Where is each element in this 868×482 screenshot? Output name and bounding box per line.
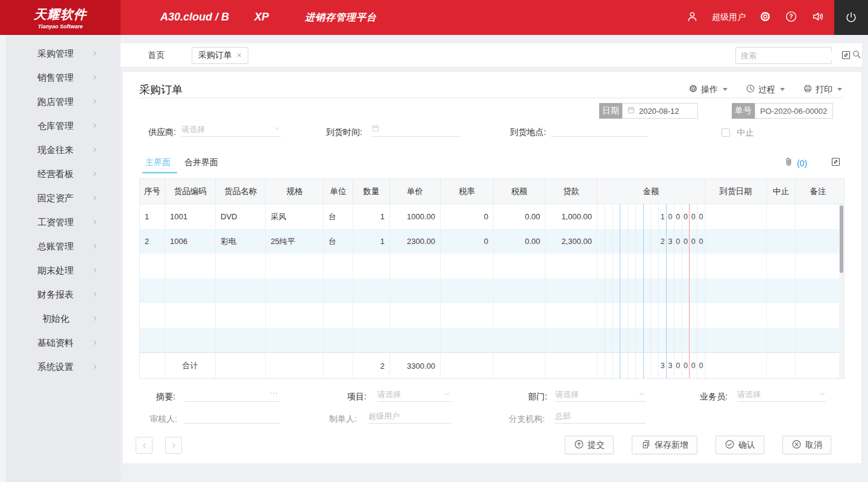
calendar-icon	[627, 106, 635, 116]
close-tab-icon[interactable]: ×	[237, 51, 242, 60]
chevron-right-icon	[91, 314, 99, 324]
sidebar-item-initialization[interactable]: 初始化	[6, 307, 121, 331]
app-header: 天耀软件 Tianyao Software A30.cloud / B XP 进…	[0, 0, 868, 35]
table-row[interactable]: 1 1001 DVD 采风 台 1 1000.00 0 0.00 1,000.0…	[140, 204, 844, 229]
order-no-field: 单号 PO-2020-06-00002	[732, 103, 833, 119]
app-title: A30.cloud / B XP 进销存管理平台	[160, 11, 377, 24]
sidebar-item-store-run[interactable]: 跑店管理	[6, 90, 121, 114]
arrival-place-input[interactable]	[551, 122, 647, 137]
tab-main-view[interactable]: 主界面	[145, 157, 171, 168]
chevron-right-icon	[91, 218, 99, 228]
active-tab-underline	[142, 172, 177, 174]
sidebar-item-system-settings[interactable]: 系统设置	[6, 355, 121, 379]
tab-merge-view[interactable]: 合并界面	[184, 157, 218, 168]
sidebar-item-payroll[interactable]: 工资管理	[6, 210, 121, 234]
divider	[139, 98, 843, 98]
print-menu-button[interactable]: 打印	[803, 84, 842, 95]
date-input[interactable]: 2020-08-12	[622, 103, 698, 119]
auditor-label: 审核人:	[149, 414, 177, 425]
sidebar-item-fixed-assets[interactable]: 固定资产	[6, 186, 121, 210]
chevron-down-icon	[638, 389, 646, 400]
user-icon[interactable]	[686, 10, 699, 25]
table-row-empty[interactable]	[140, 254, 844, 278]
sidebar-item-sales[interactable]: 销售管理	[6, 66, 121, 90]
tab-home[interactable]: 首页	[148, 50, 165, 61]
page-title: 采购订单	[139, 83, 183, 97]
header-right: 超级用户	[686, 0, 834, 35]
items-table: 序号 货品编码 货品名称 规格 单位 数量 单价 税率 税额 贷款 金额 到货日…	[139, 178, 844, 379]
order-no-value[interactable]: PO-2020-06-00002	[755, 103, 833, 119]
announcement-speaker-icon[interactable]	[811, 10, 825, 26]
settings-gear-icon[interactable]	[759, 10, 772, 25]
help-icon[interactable]	[785, 10, 797, 25]
prev-record-button[interactable]	[136, 437, 153, 454]
table-header-row: 序号 货品编码 货品名称 规格 单位 数量 单价 税率 税额 贷款 金额 到货日…	[140, 179, 844, 204]
maker-field: 超级用户	[368, 409, 451, 424]
chevron-right-icon	[91, 338, 99, 348]
brand-name: 天耀软件	[34, 6, 87, 23]
product-edition: XP	[254, 11, 269, 23]
branch-value: 总部	[555, 411, 571, 422]
amount-digit-grid: 330000	[597, 353, 705, 378]
sidebar-item-base-data[interactable]: 基础资料	[6, 331, 121, 355]
amount-digit-grid	[597, 328, 705, 352]
calendar-icon	[371, 124, 380, 135]
total-price: 3300.00	[390, 353, 441, 378]
sidebar-item-period-end[interactable]: 期末处理	[6, 258, 121, 283]
summary-input[interactable]	[184, 387, 280, 402]
expand-grid-icon[interactable]	[831, 157, 841, 169]
table-row-empty[interactable]	[140, 303, 844, 328]
supplier-select[interactable]: 请选择	[181, 122, 281, 137]
record-pager	[136, 437, 182, 454]
sidebar-item-purchase[interactable]: 采购管理	[6, 42, 121, 66]
scrollbar-thumb[interactable]	[840, 205, 843, 273]
submit-button[interactable]: 提交	[565, 436, 614, 454]
table-scrollbar[interactable]	[839, 204, 844, 378]
abort-checkbox[interactable]	[722, 128, 730, 137]
clock-icon	[746, 84, 755, 95]
table-row-empty[interactable]	[140, 278, 844, 303]
sidebar-item-financial-reports[interactable]: 财务报表	[6, 283, 121, 307]
search-icon[interactable]	[852, 49, 861, 61]
attachment-button[interactable]: (0)	[784, 157, 807, 169]
tab-purchase-order[interactable]: 采购订单 ×	[192, 47, 248, 64]
department-select[interactable]: 请选择	[555, 387, 646, 402]
amount-digit-grid	[597, 278, 705, 303]
cancel-button[interactable]: 取消	[782, 436, 831, 454]
chevron-right-icon	[91, 290, 99, 300]
sidebar-item-cash[interactable]: 现金往来	[6, 138, 121, 162]
table-row-empty[interactable]	[140, 328, 844, 352]
chevron-down-icon	[273, 124, 281, 135]
abort-label: 中止	[737, 128, 753, 137]
fullscreen-icon[interactable]	[841, 50, 851, 63]
auditor-input[interactable]	[184, 409, 280, 424]
table-row[interactable]: 2 1006 彩电 25纯平 台 1 2300.00 0 0.00 2,300.…	[140, 229, 844, 254]
search-input[interactable]	[736, 51, 852, 60]
arrival-place-label: 到货地点:	[510, 127, 546, 138]
amount-digit-grid: 100000	[597, 204, 705, 229]
salesman-select[interactable]: 请选择	[737, 387, 826, 402]
save-new-button[interactable]: 保存新增	[632, 436, 697, 454]
supplier-label: 供应商:	[148, 127, 176, 138]
chevron-down-icon	[443, 389, 451, 400]
sidebar-item-general-ledger[interactable]: 总账管理	[6, 234, 121, 258]
arrival-time-input[interactable]	[371, 122, 461, 137]
x-circle-icon	[791, 439, 802, 451]
project-select[interactable]: 请选择	[377, 387, 451, 402]
chevron-right-icon	[91, 145, 99, 155]
action-buttons: 提交 保存新增 确认 取消	[565, 436, 831, 454]
chevron-right-icon	[91, 121, 99, 131]
sidebar-item-dashboard[interactable]: 经营看板	[6, 162, 121, 186]
logout-power-button[interactable]	[834, 0, 868, 35]
project-label: 项目:	[347, 392, 366, 402]
next-record-button[interactable]	[165, 437, 182, 454]
page-tabbar: 首页 采购订单 ×	[121, 43, 862, 67]
sidebar-item-warehouse[interactable]: 仓库管理	[6, 114, 121, 138]
confirm-button[interactable]: 确认	[715, 436, 764, 454]
caret-down-icon	[723, 88, 728, 91]
date-label: 日期	[599, 103, 622, 119]
process-menu-button[interactable]: 过程	[746, 84, 785, 95]
current-username[interactable]: 超级用户	[712, 12, 746, 23]
more-ellipsis-button[interactable]: ···	[269, 389, 278, 397]
operate-menu-button[interactable]: 操作	[688, 84, 728, 95]
